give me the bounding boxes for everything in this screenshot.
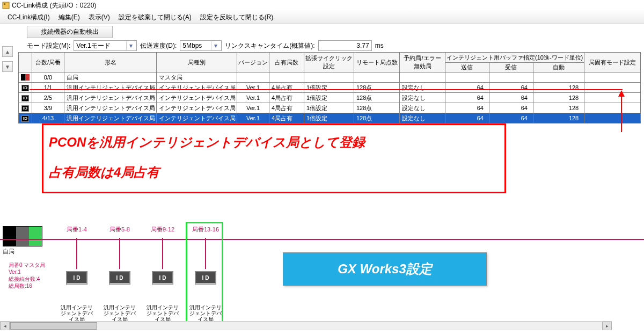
id-chip-icon: I D: [109, 271, 130, 285]
menu-edit[interactable]: 編集(E): [54, 12, 84, 23]
scroll-right-icon[interactable]: ▸: [602, 322, 612, 330]
menu-config[interactable]: CC-Link構成(I): [3, 12, 54, 23]
col-count: 台数/局番: [32, 53, 64, 72]
col-remote: リモート局点数: [354, 53, 400, 72]
col-model: 形名: [64, 53, 157, 72]
node-range: 局番13-16: [192, 226, 219, 234]
id-chip-icon: I D: [195, 271, 216, 285]
table-row[interactable]: ID3/9汎用インテリジェントデバイス局インテリジェントデバイス局Ver.14局…: [19, 103, 641, 113]
mode-value: Ver.1モード: [76, 41, 110, 50]
id-chip-icon: I D: [152, 271, 173, 285]
chevron-down-icon: ▾: [211, 41, 220, 50]
move-up-button[interactable]: ▲: [2, 46, 13, 57]
app-icon: [2, 2, 10, 9]
id-chip-icon: I D: [66, 271, 87, 285]
gx-works3-banner: GX Works3設定: [283, 252, 487, 286]
window-title: CC-Link構成 (先頭I/O：0220): [12, 1, 96, 10]
scroll-thumb[interactable]: [10, 322, 97, 330]
svg-rect-1: [4, 3, 5, 5]
station-table[interactable]: 台数/局番 形名 局種別 バージョン 占有局数 拡張サイクリック 設定 リモート…: [18, 52, 641, 124]
title-bar: CC-Link構成 (先頭I/O：0220): [0, 0, 644, 11]
id-icon: ID: [20, 115, 31, 122]
node-stem: [162, 238, 163, 269]
col-ver: バージョン: [237, 53, 269, 72]
menu-bar: CC-Link構成(I) 編集(E) 表示(V) 設定を破棄して閉じる(A) 設…: [0, 11, 644, 24]
baud-value: 5Mbps: [182, 42, 202, 49]
mode-select[interactable]: Ver.1モード ▾: [74, 40, 137, 51]
table-row[interactable]: 0/0自局マスタ局: [19, 72, 641, 83]
master-node[interactable]: [3, 226, 42, 246]
baud-label: 伝送速度(D):: [140, 41, 177, 50]
col-ext: 拡張サイクリック 設定: [304, 53, 354, 72]
node-stem: [119, 238, 120, 269]
node-stem: [76, 238, 77, 269]
col-fixmode: 局固有モード設定: [584, 53, 641, 72]
master-icon: [20, 74, 31, 81]
master-info: 局番0 マスタ局 Ver.1 総接続台数:4 総局数:16: [9, 262, 45, 289]
svg-rect-0: [3, 2, 9, 9]
linkscan-value[interactable]: [318, 40, 372, 51]
autodetect-button[interactable]: 接続機器の自動検出: [27, 26, 113, 38]
table-row[interactable]: ID1/1汎用インテリジェントデバイス局インテリジェントデバイス局Ver.14局…: [19, 83, 641, 93]
menu-apply-close[interactable]: 設定を反映して閉じる(R): [196, 12, 278, 23]
node-type: 汎用インテリ ジェントデバ イス局: [61, 304, 93, 322]
id-icon: ID: [20, 95, 31, 102]
scroll-left-icon[interactable]: ◂: [0, 322, 10, 330]
col-reserve: 予約局/エラー 無効局: [400, 53, 445, 72]
col-intel: インテリジェント用バッファ指定(10進-ワード単位): [445, 53, 584, 63]
table-row[interactable]: ID2/5汎用インテリジェントデバイス局インテリジェントデバイス局Ver.14局…: [19, 93, 641, 103]
mode-label: モード設定(M):: [27, 41, 70, 50]
node-type: 汎用インテリ ジェントデバ イス局: [147, 304, 179, 322]
col-auto: 自動: [533, 63, 584, 72]
id-icon: ID: [20, 84, 31, 92]
node-range: 局番5-8: [109, 226, 130, 234]
menu-discard-close[interactable]: 設定を破棄して閉じる(A): [114, 12, 196, 23]
baud-select[interactable]: 5Mbps ▾: [180, 40, 222, 51]
col-occ: 占有局数: [269, 53, 304, 72]
move-down-button[interactable]: ▼: [2, 61, 13, 72]
toolbar: 接続機器の自動検出 モード設定(M): Ver.1モード ▾ 伝送速度(D): …: [0, 24, 644, 52]
node-type: 汎用インテリ ジェントデバ イス局: [189, 304, 222, 322]
annotation-line2: 占有局数は4局占有: [49, 164, 499, 181]
node-range: 局番1-4: [67, 226, 87, 234]
topology-node[interactable]: 局番1-4I D汎用インテリ ジェントデバ イス局: [63, 226, 90, 322]
row-reorder: ▲ ▼: [2, 46, 13, 72]
annotation-line1: PCONを汎用インテリジェントデバイス局として登録: [49, 134, 499, 151]
col-send: 送信: [445, 63, 489, 72]
topology-node[interactable]: 局番9-12I D汎用インテリ ジェントデバ イス局: [149, 226, 176, 322]
node-stem: [205, 238, 206, 269]
annotation-box: PCONを汎用インテリジェントデバイス局として登録 占有局数は4局占有: [42, 124, 506, 193]
svg-rect-3: [25, 74, 30, 81]
node-type: 汎用インテリ ジェントデバ イス局: [104, 304, 136, 322]
master-label: 自局: [3, 248, 14, 256]
id-icon: ID: [20, 105, 31, 112]
topology-node[interactable]: 局番5-8I D汎用インテリ ジェントデバ イス局: [106, 226, 133, 322]
table-row[interactable]: ID4/13汎用インテリジェントデバイス局インテリジェントデバイス局Ver.14…: [19, 113, 641, 124]
node-range: 局番9-12: [151, 226, 174, 234]
chevron-down-icon: ▾: [126, 41, 135, 50]
topology-node[interactable]: 局番13-16I D汎用インテリ ジェントデバ イス局: [192, 226, 219, 322]
col-type: 局種別: [157, 53, 237, 72]
h-scrollbar[interactable]: ◂ ▸: [0, 321, 612, 330]
menu-view[interactable]: 表示(V): [84, 12, 114, 23]
col-recv: 受信: [489, 63, 533, 72]
linkscan-unit: ms: [375, 42, 384, 49]
linkscan-label: リンクスキャンタイム(概算値):: [225, 41, 314, 50]
